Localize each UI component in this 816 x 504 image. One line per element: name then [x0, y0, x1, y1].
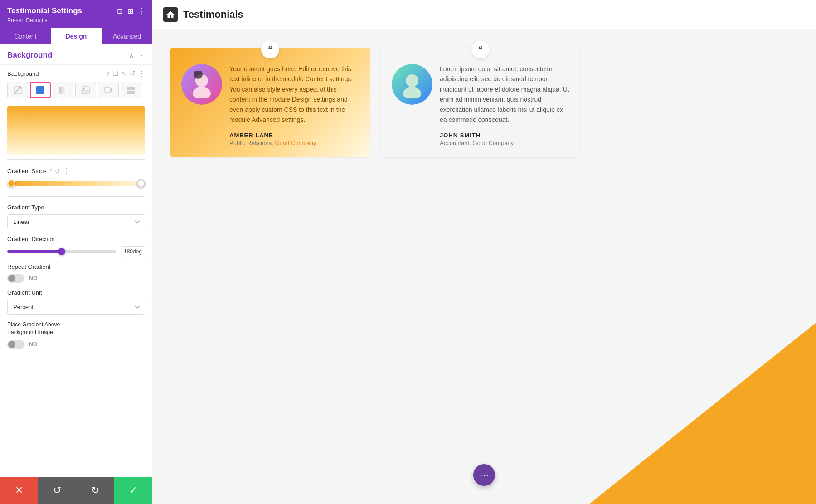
- card-quote-1: Your content goes here. Edit or remove t…: [229, 64, 359, 125]
- device-icon[interactable]: ☐: [112, 69, 118, 78]
- place-gradient-toggle[interactable]: [7, 340, 24, 349]
- card-author-name-1: AMBER LANE: [229, 132, 359, 139]
- bg-type-color[interactable]: [30, 82, 51, 98]
- gradient-stops-reset-icon[interactable]: ↺: [55, 168, 60, 175]
- svg-point-11: [193, 87, 211, 98]
- gradient-stops-label: Gradient Stops: [7, 168, 47, 174]
- background-label: Background: [7, 70, 102, 77]
- place-gradient-group: Place Gradient AboveBackground Image NO: [0, 316, 152, 351]
- quote-icon-1: ❝: [261, 40, 279, 58]
- repeat-gradient-label: Repeat Gradient: [7, 263, 50, 270]
- gradient-direction-group: Gradient Direction 180deg: [0, 231, 152, 259]
- testimonial-card-2: ❝ Lorem ipsum dolor sit amet, consectetu…: [381, 48, 580, 157]
- background-row: Background ? ☐ ↖ ↺ ⋮: [0, 65, 152, 80]
- help-icon[interactable]: ?: [106, 70, 110, 78]
- svg-line-0: [15, 87, 21, 93]
- panel-body: Background ∧ ⋮ Background ? ☐ ↖ ↺ ⋮: [0, 44, 152, 504]
- testimonial-card-1: ❝ Your content goes here. Edit or remov: [170, 48, 370, 157]
- preset-arrow-icon: ▾: [45, 18, 47, 23]
- fab-button[interactable]: ⋯: [473, 464, 495, 486]
- repeat-gradient-group: Repeat Gradient NO: [0, 259, 152, 285]
- bg-type-none[interactable]: [7, 82, 28, 98]
- repeat-gradient-toggle-label: NO: [29, 275, 37, 281]
- repeat-gradient-toggle[interactable]: [7, 274, 24, 283]
- cancel-button[interactable]: ✕: [0, 477, 38, 504]
- gradient-unit-label: Gradient Unit: [7, 289, 42, 296]
- save-icon: ✓: [129, 485, 137, 496]
- gradient-direction-value[interactable]: 180deg: [121, 246, 145, 257]
- panel-header-icons: ⊡ ⊞ ⋮: [117, 7, 145, 15]
- card-author-role-2: Accountant, Good Company: [440, 140, 569, 146]
- save-button[interactable]: ✓: [114, 477, 152, 504]
- gradient-direction-thumb[interactable]: [58, 248, 65, 255]
- undo-icon: ↺: [53, 485, 61, 496]
- section-background: Background ∧ ⋮: [0, 44, 152, 65]
- card-content-2: Lorem ipsum dolor sit amet, consectetur …: [392, 64, 569, 146]
- bg-type-pattern[interactable]: [121, 82, 141, 98]
- orange-decoration: [589, 323, 816, 504]
- svg-rect-7: [131, 87, 135, 90]
- card-author-role-1: Public Relations, Good Company: [229, 140, 359, 146]
- quote-icon-2: ❝: [471, 40, 490, 58]
- section-header-actions: ∧ ⋮: [129, 51, 145, 60]
- svg-rect-8: [127, 91, 131, 94]
- panel-header: Testimonial Settings ⊡ ⊞ ⋮ Preset: Defau…: [0, 0, 152, 28]
- avatar-2: [392, 64, 432, 105]
- gradient-stops-track[interactable]: [7, 181, 145, 186]
- place-gradient-label: Place Gradient AboveBackground Image: [7, 321, 60, 336]
- card-author-name-2: JOHN SMITH: [440, 132, 569, 139]
- settings-panel: Testimonial Settings ⊡ ⊞ ⋮ Preset: Defau…: [0, 0, 152, 504]
- reset-icon[interactable]: ↺: [130, 69, 136, 78]
- main-area: Testimonials ❝: [152, 0, 816, 504]
- svg-point-14: [403, 87, 421, 98]
- panel-title: Testimonial Settings: [7, 6, 82, 15]
- card-text-1: Your content goes here. Edit or remove t…: [229, 64, 359, 146]
- gradient-type-select[interactable]: Linear Radial Conic: [7, 214, 145, 229]
- panel-duplicate-icon[interactable]: ⊡: [117, 7, 123, 15]
- svg-rect-9: [131, 91, 135, 94]
- cursor-icon[interactable]: ↖: [121, 69, 127, 78]
- more-icon[interactable]: ⋮: [138, 69, 145, 78]
- preset-selector[interactable]: Preset: Default ▾: [7, 17, 145, 24]
- gradient-type-group: Gradient Type Linear Radial Conic: [0, 199, 152, 231]
- card-text-2: Lorem ipsum dolor sit amet, consectetur …: [440, 64, 569, 146]
- gradient-direction-track[interactable]: [7, 250, 116, 253]
- tab-advanced[interactable]: Advanced: [102, 28, 152, 44]
- bg-type-image[interactable]: [75, 82, 96, 98]
- card-quote-2: Lorem ipsum dolor sit amet, consectetur …: [440, 64, 569, 125]
- place-gradient-toggle-label: NO: [29, 341, 37, 348]
- gradient-type-label: Gradient Type: [7, 204, 44, 211]
- gradient-stop-right[interactable]: [137, 179, 145, 188]
- card-content-1: Your content goes here. Edit or remove t…: [181, 64, 359, 146]
- gradient-stops-more-icon[interactable]: ⋮: [63, 167, 70, 175]
- tab-content[interactable]: Content: [0, 28, 51, 44]
- svg-rect-5: [105, 87, 110, 93]
- section-collapse-icon[interactable]: ∧: [129, 51, 134, 60]
- cancel-icon: ✕: [15, 485, 23, 496]
- gradient-stops-help-icon[interactable]: ?: [49, 168, 53, 174]
- background-row-icons: ? ☐ ↖ ↺ ⋮: [106, 69, 145, 78]
- svg-point-13: [406, 74, 418, 87]
- section-title: Background: [7, 51, 52, 60]
- gradient-preview: [7, 106, 145, 155]
- bg-type-video[interactable]: [98, 82, 119, 98]
- svg-rect-6: [127, 87, 131, 90]
- panel-bottom-bar: ✕ ↺ ↻ ✓: [0, 477, 152, 504]
- panel-columns-icon[interactable]: ⊞: [127, 7, 133, 15]
- page-title: Testimonials: [183, 9, 243, 20]
- undo-button[interactable]: ↺: [38, 477, 76, 504]
- panel-tabs: Content Design Advanced: [0, 28, 152, 44]
- gradient-stops-group: Gradient Stops ? ↺ ⋮: [0, 162, 152, 194]
- tab-design[interactable]: Design: [51, 28, 102, 44]
- bg-type-buttons: [0, 80, 152, 102]
- bg-type-gradient[interactable]: [53, 82, 73, 98]
- section-more-icon[interactable]: ⋮: [138, 51, 145, 60]
- main-top-bar: Testimonials: [152, 0, 816, 29]
- panel-more-icon[interactable]: ⋮: [138, 7, 145, 15]
- gradient-unit-select[interactable]: Percent Pixel: [7, 300, 145, 315]
- redo-icon: ↻: [91, 485, 99, 496]
- testimonials-container: ❝ Your content goes here. Edit or remov: [152, 29, 816, 166]
- gradient-stop-left[interactable]: [7, 179, 15, 188]
- redo-button[interactable]: ↻: [76, 477, 114, 504]
- avatar-1: [181, 64, 222, 105]
